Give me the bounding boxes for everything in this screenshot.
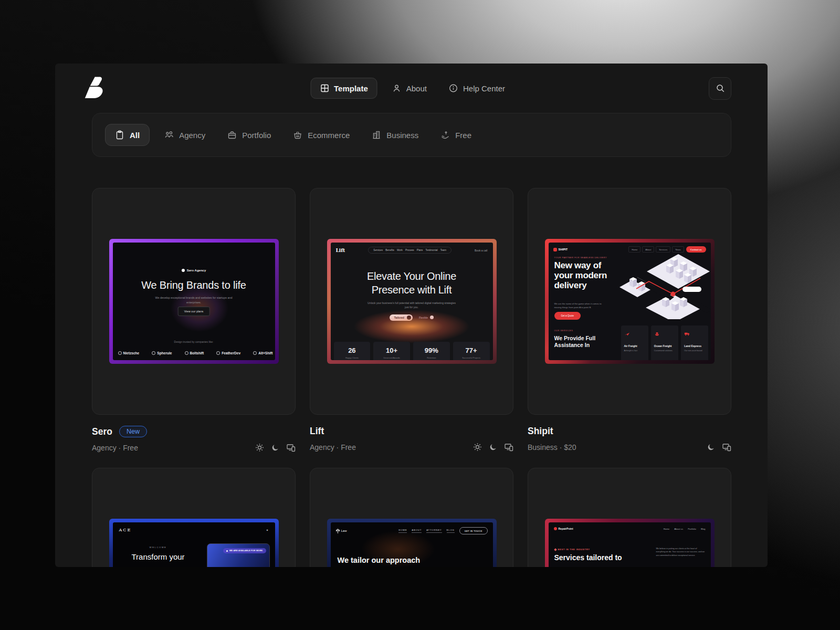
template-card-sero: Sero Agency We Bring Brands to life We d… [92, 188, 296, 452]
company-logo: Alt+Shift [253, 351, 272, 355]
card-meta-shipit: Business · $20 [528, 443, 576, 452]
ocean-freight-icon [654, 331, 660, 337]
company-logo: FeatherDev [216, 351, 240, 355]
lift-preview-frame: Lift Services Benefits Work Process Plan… [327, 239, 497, 364]
card-title-sero[interactable]: Sero [92, 426, 112, 437]
filter-portfolio[interactable]: Portfolio [220, 124, 278, 145]
main-nav: Template About Help Center [310, 78, 512, 99]
sero-trusted-by: Design trusted by companies like: [113, 340, 275, 343]
ace-site-logo: ACE [119, 528, 132, 532]
top-navigation: Template About Help Center [55, 64, 768, 113]
filter-portfolio-label: Portfolio [242, 131, 271, 140]
search-icon [716, 83, 725, 93]
card-title-shipit[interactable]: Shipit [528, 426, 553, 437]
nav-template-label: Template [334, 84, 368, 93]
filter-business[interactable]: Business [364, 124, 426, 145]
mode-icons [473, 443, 513, 452]
dot-icon [226, 550, 228, 552]
devices-icon [722, 443, 731, 452]
law-preview-frame: Law HOME ABOUT ATTORNEY BLOG GET IN TOUC… [327, 519, 497, 567]
filter-all[interactable]: All [105, 124, 150, 146]
moon-icon [271, 443, 280, 452]
mode-icons [255, 443, 296, 452]
law-thumbnail[interactable]: Law HOME ABOUT ATTORNEY BLOG GET IN TOUC… [310, 468, 513, 567]
filter-free[interactable]: Free [433, 124, 479, 145]
service-tile: Ocean Freight Customized solutions [651, 326, 678, 360]
nav-template-button[interactable]: Template [310, 78, 377, 99]
template-card-repair: RepairPoint Home About us Portfolio Blog… [528, 468, 731, 567]
ace-hero-card: WE ARE AVAILABLE FOR WORK [207, 543, 270, 567]
air-freight-icon [624, 331, 630, 337]
shipit-site-subtext: We are the name of the game when it come… [554, 302, 609, 309]
clipboard-icon [115, 130, 124, 140]
ace-site-heading: Transform your [113, 552, 204, 561]
mode-icons [707, 443, 731, 452]
card-meta-sero: Agency · Free [92, 444, 138, 452]
people-icon [164, 130, 174, 140]
lift-site-logo: Lift [336, 248, 345, 253]
sero-preview-frame: Sero Agency We Bring Brands to life We d… [109, 239, 279, 364]
sero-thumbnail[interactable]: Sero Agency We Bring Brands to life We d… [92, 188, 296, 415]
repair-thumbnail[interactable]: RepairPoint Home About us Portfolio Blog… [528, 468, 731, 567]
filter-all-label: All [130, 131, 140, 140]
shipit-preview-frame: SHIPIT Home About Services News Contact … [545, 239, 715, 364]
lift-book-call: Book a call [475, 249, 487, 252]
stat-tile: 26Happy Clients [334, 342, 371, 360]
nav-help-button[interactable]: Help Center [442, 78, 512, 98]
company-glyph-icon [185, 351, 188, 355]
ace-mark-icon: ✦ [266, 528, 268, 532]
law-site-heading: We tailor our approach [338, 556, 421, 564]
building-icon [372, 130, 381, 140]
card-title-lift[interactable]: Lift [310, 426, 324, 437]
new-badge: New [119, 426, 147, 437]
filter-free-label: Free [455, 131, 471, 140]
filter-agency[interactable]: Agency [157, 124, 213, 145]
shipit-site-logo: SHIPIT [553, 248, 568, 251]
stat-tile: 10+Deserved Awards [373, 342, 410, 360]
brand-logo[interactable] [84, 76, 103, 100]
sero-card-info: Sero New Agency · Free [92, 415, 296, 452]
shipit-eyebrow: YOUR PARTNER FOR SEAMLESS DELIVERY [554, 257, 607, 259]
company-logo: Boltshift [185, 351, 204, 355]
desktop-background: Template About Help Center [0, 0, 840, 630]
card-meta-lift: Agency · Free [310, 443, 356, 452]
category-filterbar: All Agency Portfolio [92, 113, 731, 157]
sero-site-logo: Sero Agency [113, 269, 275, 272]
nav-help-label: Help Center [463, 84, 505, 93]
nav-about-button[interactable]: About [385, 78, 434, 98]
title-row: Shipit [528, 426, 731, 437]
ace-eyebrow: WELCOME [113, 546, 204, 549]
shipit-services-eyebrow: OUR SERVICES [554, 330, 573, 332]
company-logo: Spherule [152, 351, 172, 355]
shipit-thumbnail[interactable]: SHIPIT Home About Services News Contact … [528, 188, 731, 415]
lift-thumbnail[interactable]: Lift Services Benefits Work Process Plan… [310, 188, 513, 415]
filter-ecommerce[interactable]: Ecommerce [286, 124, 357, 145]
shipit-city-illustration [620, 254, 710, 319]
lift-site-nav: Services Benefits Work Process Plans Tes… [368, 247, 452, 254]
shipit-site-header: SHIPIT Home About Services News Contact … [549, 243, 711, 256]
shipit-contact-button: Contact us [686, 246, 706, 253]
sero-logo-dot-icon [182, 269, 185, 272]
app-window: Template About Help Center [55, 64, 768, 567]
search-button[interactable] [709, 77, 731, 100]
service-tile: Air Freight Airfreight is fast [621, 326, 648, 360]
repair-preview: RepairPoint Home About us Portfolio Blog… [549, 522, 711, 567]
devices-icon [287, 443, 296, 452]
shipit-card-info: Shipit Business · $20 [528, 415, 731, 452]
repair-site-logo: RepairPoint [554, 527, 573, 530]
service-tile: Land Express Our non-asset based [681, 326, 708, 360]
person-icon [392, 83, 402, 93]
repair-logo-icon [554, 527, 557, 530]
sero-site-subtext: We develop exceptional brands and websit… [150, 296, 238, 305]
moon-icon [489, 443, 498, 452]
sero-company-logos: Nietzsche Spherule Boltshift FeatherDev … [118, 351, 273, 355]
template-grid: Sero Agency We Bring Brands to life We d… [92, 188, 731, 567]
company-glyph-icon [253, 351, 257, 355]
ace-thumbnail[interactable]: ACE ✦ WELCOME Transform your WE ARE AVAI… [92, 468, 296, 567]
lift-site-subtext: Unlock your business's full potential wi… [331, 301, 493, 310]
scales-icon [336, 529, 340, 533]
repair-eyebrow: BEST IN THE INDUSTRY [554, 548, 590, 551]
brand-logo-icon [84, 76, 103, 100]
filter-agency-label: Agency [179, 131, 205, 140]
diamond-icon [554, 548, 557, 551]
